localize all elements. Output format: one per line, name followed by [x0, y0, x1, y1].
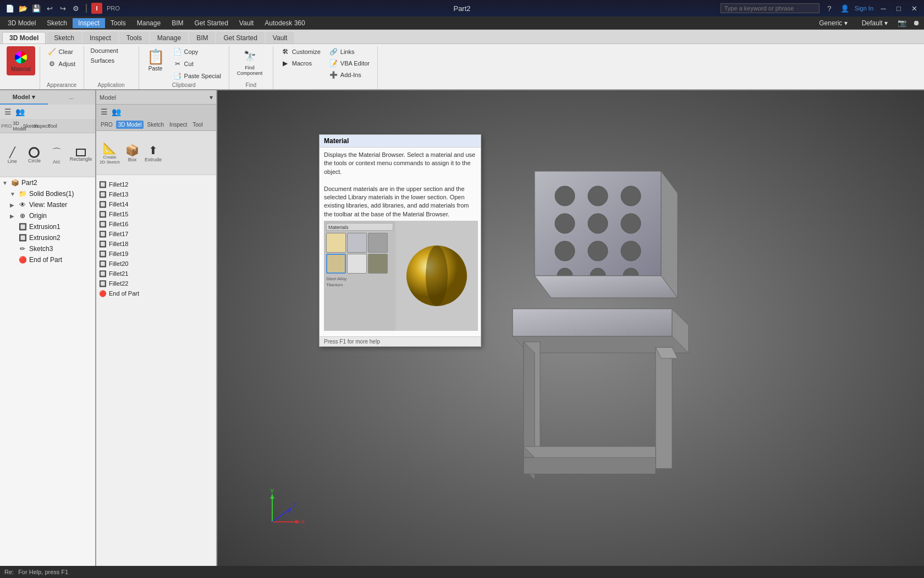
mid-tree-item-8[interactable]: 🔲 Fillet20 — [96, 259, 216, 269]
mid-tree-item-9[interactable]: 🔲 Fillet21 — [96, 269, 216, 279]
tree-item-sketch3[interactable]: ✏ Sketch3 — [0, 243, 95, 254]
tab-sketch[interactable]: Sketch — [47, 32, 81, 43]
vba-editor-button[interactable]: 📝 VBA Editor — [326, 58, 373, 69]
material-button[interactable]: Material — [7, 46, 35, 75]
extrude-button[interactable]: ⬆ Extrude — [142, 142, 164, 164]
copy-button[interactable]: 📄 Copy — [170, 46, 224, 57]
document-btn[interactable]: Document — [89, 46, 120, 55]
expand-viewmaster[interactable]: ▶ — [10, 202, 18, 208]
tab-manage[interactable]: Manage — [150, 32, 188, 43]
mid-tree-item-3[interactable]: 🔲 Fillet15 — [96, 209, 216, 219]
menu-inspect[interactable]: Inspect — [73, 18, 105, 28]
filter-icon[interactable]: ☰ — [2, 106, 13, 117]
menu-sketch[interactable]: Sketch — [41, 18, 73, 28]
tree-item-extrusion2[interactable]: 🔲 Extrusion2 — [0, 232, 95, 243]
mid-filter-icon[interactable]: ☰ — [98, 106, 109, 117]
tab-bim[interactable]: BIM — [189, 32, 215, 43]
login-icon[interactable]: 👤 — [839, 3, 850, 14]
copy-label: Copy — [184, 48, 199, 55]
tab-getstarted[interactable]: Get Started — [216, 32, 264, 43]
mid-subtab-pro[interactable]: PRO — [98, 121, 115, 129]
mid-tree-item-5[interactable]: 🔲 Fillet17 — [96, 229, 216, 239]
menu-autodesk360[interactable]: Autodesk 360 — [259, 18, 310, 28]
mid-subtab-inspect[interactable]: Inspect — [167, 121, 189, 129]
mid-tree-item-0[interactable]: 🔲 Fillet12 — [96, 179, 216, 189]
surfaces-btn[interactable]: Surfaces — [89, 56, 120, 65]
menu-3dmodel[interactable]: 3D Model — [2, 18, 41, 28]
mid-subtab-sketch[interactable]: Sketch — [145, 121, 166, 129]
find-component-button[interactable]: 🔭 FindComponent — [234, 46, 266, 78]
mid-tree-item-7[interactable]: 🔲 Fillet19 — [96, 249, 216, 259]
expand-part2[interactable]: ▼ — [2, 180, 10, 186]
links-button[interactable]: 🔗 Links — [326, 46, 373, 57]
qa-undo[interactable]: ↩ — [44, 3, 55, 14]
menu-manage[interactable]: Manage — [131, 18, 166, 28]
menu-bim[interactable]: BIM — [166, 18, 189, 28]
paste-button[interactable]: 📋 Paste — [144, 46, 168, 74]
mid-tree-item-1[interactable]: 🔲 Fillet13 — [96, 189, 216, 199]
qa-redo[interactable]: ↪ — [57, 3, 68, 14]
macros-icon: ▶ — [281, 59, 290, 68]
qa-new[interactable]: 📄 — [4, 3, 15, 14]
tree-item-extrusion1[interactable]: 🔲 Extrusion1 — [0, 221, 95, 232]
menu-tools[interactable]: Tools — [105, 18, 131, 28]
expand-solidbodies[interactable]: ▼ — [10, 191, 18, 197]
people-icon[interactable]: 👥 — [14, 106, 25, 117]
tree-item-viewmaster[interactable]: ▶ 👁 View: Master — [0, 199, 95, 210]
menu-record[interactable]: ⏺ — [911, 18, 922, 29]
clear-button[interactable]: 🧹 Clear — [45, 46, 79, 57]
svg-point-7 — [588, 214, 608, 233]
arc-button[interactable]: ⌒ Arc — [47, 144, 67, 166]
mid-tree-item-eop[interactable]: 🔴 End of Part — [96, 288, 216, 298]
mid-tree-item-6[interactable]: 🔲 Fillet18 — [96, 239, 216, 249]
paste-special-button[interactable]: 📑 Paste Special — [170, 70, 224, 81]
view-icon: 👁 — [18, 200, 28, 210]
adjust-button[interactable]: ⚙ Adjust — [45, 58, 79, 69]
menu-getstarted[interactable]: Get Started — [189, 18, 233, 28]
box-button[interactable]: 📦 Box — [123, 142, 141, 164]
minimize-button[interactable]: ─ — [878, 3, 889, 14]
qa-open[interactable]: 📂 — [18, 3, 29, 14]
menu-camera[interactable]: 📷 — [897, 18, 908, 29]
tool-subtab[interactable]: Tool — [47, 121, 58, 132]
mid-tree-item-10[interactable]: 🔲 Fillet22 — [96, 279, 216, 288]
circle-button[interactable]: Circle — [24, 145, 44, 165]
3d-viewport[interactable]: X Y Z Material Displays the Material Bro… — [217, 90, 924, 566]
inspect-subtab[interactable]: Inspect — [36, 121, 47, 132]
left-tab-other[interactable]: ... — [48, 90, 96, 105]
tab-3dmodel[interactable]: 3D Model — [2, 32, 46, 43]
macros-button[interactable]: ▶ Macros — [278, 58, 324, 69]
mid-tree-item-4[interactable]: 🔲 Fillet16 — [96, 219, 216, 229]
help-icon[interactable]: ? — [824, 3, 835, 14]
close-button[interactable]: ✕ — [909, 3, 920, 14]
create-2d-sketch-button[interactable]: 📐 Create2D Sketch — [97, 140, 122, 166]
mid-tree-item-2[interactable]: 🔲 Fillet14 — [96, 199, 216, 209]
tree-item-part2[interactable]: ▼ 📦 Part2 — [0, 177, 95, 188]
tree-item-endofpart-left[interactable]: 🔴 End of Part — [0, 254, 95, 265]
keyword-search[interactable] — [721, 3, 820, 13]
qa-settings[interactable]: ⚙ — [70, 3, 81, 14]
mid-panel-expand[interactable]: ▾ — [210, 94, 213, 101]
menu-generic-dropdown[interactable]: Generic ▾ — [813, 18, 853, 28]
menu-default-dropdown[interactable]: Default ▾ — [856, 18, 893, 28]
cut-button[interactable]: ✂ Cut — [170, 58, 224, 69]
mid-subtab-3dmodel[interactable]: 3D Model — [116, 121, 144, 129]
menu-vault[interactable]: Vault — [234, 18, 259, 28]
left-tab-model[interactable]: Model ▾ — [0, 90, 48, 105]
tab-vault[interactable]: Vault — [266, 32, 294, 43]
tree-item-origin[interactable]: ▶ ⊕ Origin — [0, 210, 95, 221]
mid-subtab-tool[interactable]: Tool — [190, 121, 205, 129]
customize-button[interactable]: 🛠 Customize — [278, 46, 324, 57]
rectangle-button[interactable]: Rectangle — [69, 147, 93, 163]
ribbon-group-clipboard: 📋 Paste 📄 Copy ✂ Cut 📑 Paste Spec — [139, 46, 229, 89]
mid-people-icon[interactable]: 👥 — [111, 106, 122, 117]
tree-item-solidbodies[interactable]: ▼ 📁 Solid Bodies(1) — [0, 188, 95, 199]
qa-save[interactable]: 💾 — [31, 3, 42, 14]
sign-in-button[interactable]: Sign In — [855, 5, 873, 12]
tab-inspect[interactable]: Inspect — [82, 32, 118, 43]
expand-origin[interactable]: ▶ — [10, 213, 18, 219]
add-ins-button[interactable]: ➕ Add-Ins — [326, 69, 373, 80]
maximize-button[interactable]: □ — [893, 3, 904, 14]
line-button[interactable]: ╱ Line — [2, 145, 22, 166]
tab-tools[interactable]: Tools — [119, 32, 149, 43]
